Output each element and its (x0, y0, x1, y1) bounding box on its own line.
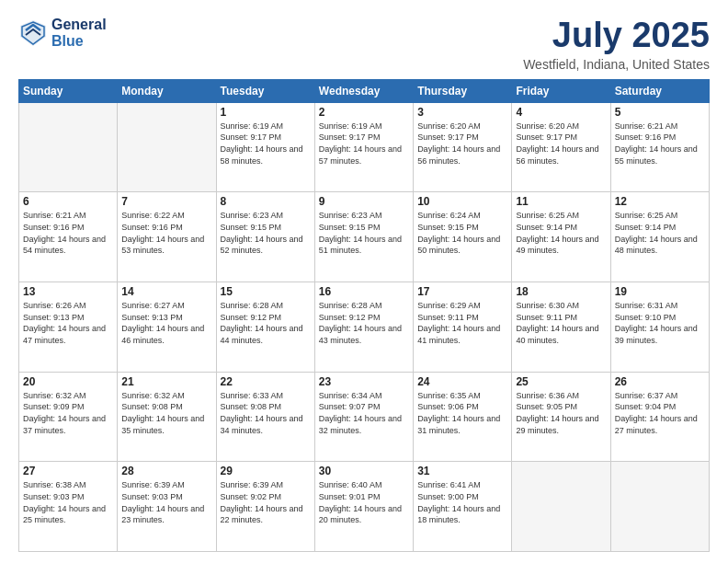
table-row: 1Sunrise: 6:19 AM Sunset: 9:17 PM Daylig… (216, 102, 314, 192)
table-row: 12Sunrise: 6:25 AM Sunset: 9:14 PM Dayli… (610, 192, 709, 282)
header-tuesday: Tuesday (216, 79, 314, 102)
table-row (512, 462, 610, 552)
table-row: 14Sunrise: 6:27 AM Sunset: 9:13 PM Dayli… (118, 282, 216, 373)
day-number: 22 (221, 375, 311, 388)
day-info: Sunrise: 6:22 AM Sunset: 9:16 PM Dayligh… (121, 210, 211, 256)
day-number: 3 (417, 106, 507, 119)
table-row: 25Sunrise: 6:36 AM Sunset: 9:05 PM Dayli… (512, 372, 610, 462)
location: Westfield, Indiana, United States (523, 57, 710, 72)
day-info: Sunrise: 6:24 AM Sunset: 9:15 PM Dayligh… (417, 210, 507, 256)
day-info: Sunrise: 6:26 AM Sunset: 9:13 PM Dayligh… (23, 300, 113, 346)
day-info: Sunrise: 6:39 AM Sunset: 9:03 PM Dayligh… (121, 479, 211, 525)
calendar-week-row: 20Sunrise: 6:32 AM Sunset: 9:09 PM Dayli… (19, 372, 710, 462)
table-row: 3Sunrise: 6:20 AM Sunset: 9:17 PM Daylig… (414, 102, 512, 192)
day-number: 31 (417, 465, 507, 477)
day-number: 4 (516, 106, 606, 119)
header: General Blue July 2025 Westfield, Indian… (18, 17, 710, 72)
table-row: 29Sunrise: 6:39 AM Sunset: 9:02 PM Dayli… (216, 462, 314, 552)
day-number: 24 (417, 375, 507, 388)
day-number: 8 (221, 195, 311, 208)
table-row: 5Sunrise: 6:21 AM Sunset: 9:16 PM Daylig… (610, 102, 709, 192)
header-monday: Monday (118, 79, 216, 102)
calendar-week-row: 27Sunrise: 6:38 AM Sunset: 9:03 PM Dayli… (19, 462, 710, 552)
table-row: 17Sunrise: 6:29 AM Sunset: 9:11 PM Dayli… (414, 282, 512, 373)
table-row: 24Sunrise: 6:35 AM Sunset: 9:06 PM Dayli… (414, 372, 512, 462)
day-number: 16 (319, 285, 409, 298)
table-row: 2Sunrise: 6:19 AM Sunset: 9:17 PM Daylig… (314, 102, 413, 192)
day-info: Sunrise: 6:40 AM Sunset: 9:01 PM Dayligh… (319, 479, 409, 525)
calendar-week-row: 13Sunrise: 6:26 AM Sunset: 9:13 PM Dayli… (19, 282, 710, 373)
table-row: 28Sunrise: 6:39 AM Sunset: 9:03 PM Dayli… (118, 462, 216, 552)
calendar-table: Sunday Monday Tuesday Wednesday Thursday… (18, 79, 710, 552)
page: General Blue July 2025 Westfield, Indian… (0, 0, 728, 563)
header-saturday: Saturday (610, 79, 709, 102)
day-number: 7 (121, 195, 211, 208)
day-number: 15 (221, 285, 311, 298)
header-friday: Friday (512, 79, 610, 102)
day-info: Sunrise: 6:28 AM Sunset: 9:12 PM Dayligh… (319, 300, 409, 346)
day-number: 21 (121, 375, 211, 388)
logo-general: General (51, 17, 107, 32)
table-row: 30Sunrise: 6:40 AM Sunset: 9:01 PM Dayli… (314, 462, 413, 552)
logo: General Blue (18, 17, 107, 51)
table-row: 6Sunrise: 6:21 AM Sunset: 9:16 PM Daylig… (19, 192, 118, 282)
day-info: Sunrise: 6:28 AM Sunset: 9:12 PM Dayligh… (221, 300, 311, 346)
day-info: Sunrise: 6:23 AM Sunset: 9:15 PM Dayligh… (319, 210, 409, 256)
day-info: Sunrise: 6:25 AM Sunset: 9:14 PM Dayligh… (516, 210, 606, 256)
day-info: Sunrise: 6:37 AM Sunset: 9:04 PM Dayligh… (615, 390, 705, 436)
day-info: Sunrise: 6:27 AM Sunset: 9:13 PM Dayligh… (121, 300, 211, 346)
table-row (118, 102, 216, 192)
day-info: Sunrise: 6:35 AM Sunset: 9:06 PM Dayligh… (417, 390, 507, 436)
day-number: 26 (615, 375, 705, 388)
logo-text: General Blue (51, 17, 107, 51)
day-info: Sunrise: 6:34 AM Sunset: 9:07 PM Dayligh… (319, 390, 409, 436)
logo-blue: Blue (51, 33, 84, 49)
day-number: 23 (319, 375, 409, 388)
table-row: 23Sunrise: 6:34 AM Sunset: 9:07 PM Dayli… (314, 372, 413, 462)
table-row: 18Sunrise: 6:30 AM Sunset: 9:11 PM Dayli… (512, 282, 610, 373)
day-number: 19 (615, 285, 705, 298)
header-sunday: Sunday (19, 79, 118, 102)
day-info: Sunrise: 6:19 AM Sunset: 9:17 PM Dayligh… (221, 121, 311, 167)
table-row: 22Sunrise: 6:33 AM Sunset: 9:08 PM Dayli… (216, 372, 314, 462)
table-row: 13Sunrise: 6:26 AM Sunset: 9:13 PM Dayli… (19, 282, 118, 373)
table-row: 4Sunrise: 6:20 AM Sunset: 9:17 PM Daylig… (512, 102, 610, 192)
day-info: Sunrise: 6:32 AM Sunset: 9:08 PM Dayligh… (121, 390, 211, 436)
header-wednesday: Wednesday (314, 79, 413, 102)
day-info: Sunrise: 6:32 AM Sunset: 9:09 PM Dayligh… (23, 390, 113, 436)
table-row: 9Sunrise: 6:23 AM Sunset: 9:15 PM Daylig… (314, 192, 413, 282)
day-number: 30 (319, 465, 409, 477)
table-row: 16Sunrise: 6:28 AM Sunset: 9:12 PM Dayli… (314, 282, 413, 373)
day-number: 14 (121, 285, 211, 298)
day-info: Sunrise: 6:20 AM Sunset: 9:17 PM Dayligh… (516, 121, 606, 167)
table-row: 7Sunrise: 6:22 AM Sunset: 9:16 PM Daylig… (118, 192, 216, 282)
table-row: 31Sunrise: 6:41 AM Sunset: 9:00 PM Dayli… (414, 462, 512, 552)
day-info: Sunrise: 6:21 AM Sunset: 9:16 PM Dayligh… (23, 210, 113, 256)
day-info: Sunrise: 6:25 AM Sunset: 9:14 PM Dayligh… (615, 210, 705, 256)
day-number: 25 (516, 375, 606, 388)
day-info: Sunrise: 6:19 AM Sunset: 9:17 PM Dayligh… (319, 121, 409, 167)
day-info: Sunrise: 6:33 AM Sunset: 9:08 PM Dayligh… (221, 390, 311, 436)
table-row (610, 462, 709, 552)
table-row: 19Sunrise: 6:31 AM Sunset: 9:10 PM Dayli… (610, 282, 709, 373)
table-row: 20Sunrise: 6:32 AM Sunset: 9:09 PM Dayli… (19, 372, 118, 462)
day-number: 6 (23, 195, 113, 208)
logo-icon (18, 18, 48, 48)
day-info: Sunrise: 6:39 AM Sunset: 9:02 PM Dayligh… (221, 479, 311, 525)
title-block: July 2025 Westfield, Indiana, United Sta… (523, 17, 710, 72)
day-number: 2 (319, 106, 409, 119)
day-number: 1 (221, 106, 311, 119)
table-row: 10Sunrise: 6:24 AM Sunset: 9:15 PM Dayli… (414, 192, 512, 282)
day-number: 27 (23, 465, 113, 477)
table-row: 21Sunrise: 6:32 AM Sunset: 9:08 PM Dayli… (118, 372, 216, 462)
header-thursday: Thursday (414, 79, 512, 102)
day-number: 28 (121, 465, 211, 477)
day-number: 13 (23, 285, 113, 298)
table-row: 8Sunrise: 6:23 AM Sunset: 9:15 PM Daylig… (216, 192, 314, 282)
table-row: 27Sunrise: 6:38 AM Sunset: 9:03 PM Dayli… (19, 462, 118, 552)
day-number: 5 (615, 106, 705, 119)
day-info: Sunrise: 6:41 AM Sunset: 9:00 PM Dayligh… (417, 479, 507, 525)
table-row: 26Sunrise: 6:37 AM Sunset: 9:04 PM Dayli… (610, 372, 709, 462)
day-number: 11 (516, 195, 606, 208)
table-row (19, 102, 118, 192)
